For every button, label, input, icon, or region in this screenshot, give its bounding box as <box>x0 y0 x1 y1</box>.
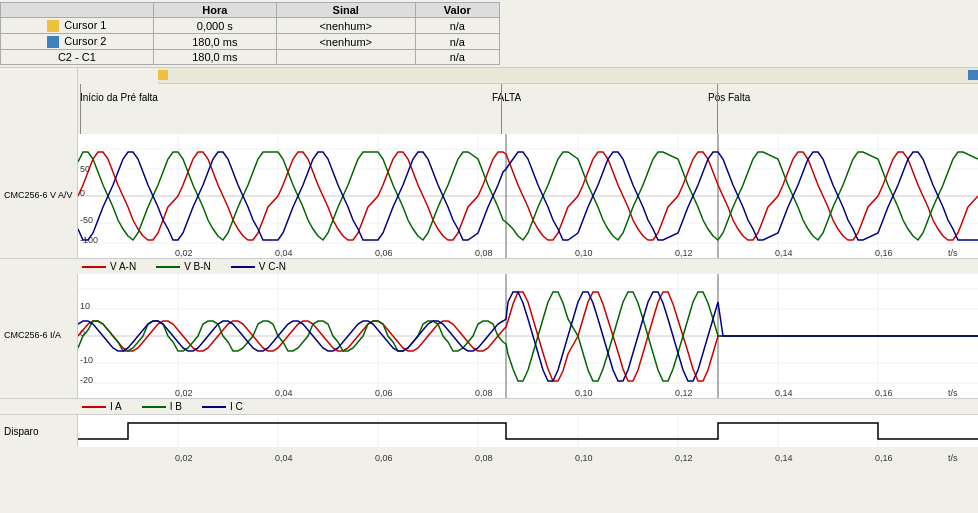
cursor-2-sinal: <nenhum> <box>276 34 415 50</box>
cursor-2-valor: n/a <box>415 34 499 50</box>
svg-text:0,08: 0,08 <box>475 388 493 398</box>
svg-text:0,14: 0,14 <box>775 248 793 258</box>
vb-legend: V B-N <box>156 261 211 272</box>
svg-text:0,02: 0,02 <box>175 453 193 463</box>
va-legend: V A-N <box>82 261 136 272</box>
va-label: V A-N <box>110 261 136 272</box>
svg-text:0,16: 0,16 <box>875 388 893 398</box>
cursor-row-1: Cursor 1 0,000 s <nenhum> n/a <box>1 18 500 34</box>
voltage-legend: V A-N V B-N V C-N <box>0 259 978 274</box>
vb-label: V B-N <box>184 261 211 272</box>
disparo-svg <box>78 415 978 447</box>
cursor-table: Hora Sinal Valor Cursor 1 0,000 s <nenhu… <box>0 0 978 68</box>
voltage-svg: 0,02 0,04 0,06 0,08 0,10 0,12 0,14 0,16 … <box>78 134 978 258</box>
svg-text:0,14: 0,14 <box>775 388 793 398</box>
cursor-1-sinal: <nenhum> <box>276 18 415 34</box>
ia-legend: I A <box>82 401 122 412</box>
current-legend: I A I B I C <box>0 399 978 414</box>
disparo-area[interactable] <box>78 415 978 447</box>
col-header-cursor <box>1 3 154 18</box>
time-axis-row: 0,02 0,04 0,06 0,08 0,10 0,12 0,14 0,16 … <box>0 447 978 465</box>
c2c1-sinal <box>276 50 415 65</box>
disparo-label: Disparo <box>0 415 78 447</box>
cursor-2-label: Cursor 2 <box>1 34 154 50</box>
time-axis-spacer <box>0 447 78 465</box>
timeline-cursor-1[interactable] <box>158 70 168 80</box>
svg-text:-20: -20 <box>80 375 93 385</box>
svg-text:0,10: 0,10 <box>575 453 593 463</box>
svg-text:-10: -10 <box>80 355 93 365</box>
svg-text:0,04: 0,04 <box>275 453 293 463</box>
current-svg: 10 0 -10 -20 0,02 0,04 0,06 0,08 0,10 0,… <box>78 274 978 398</box>
col-header-hora: Hora <box>153 3 276 18</box>
cursor-row-3: C2 - C1 180,0 ms n/a <box>1 50 500 65</box>
current-chart-area[interactable]: 10 0 -10 -20 0,02 0,04 0,06 0,08 0,10 0,… <box>78 274 978 398</box>
disparo-row: Disparo <box>0 414 978 447</box>
cursor-1-hora: 0,000 s <box>153 18 276 34</box>
svg-text:0,10: 0,10 <box>575 388 593 398</box>
ib-legend: I B <box>142 401 182 412</box>
svg-text:10: 10 <box>80 301 90 311</box>
svg-text:0,06: 0,06 <box>375 248 393 258</box>
svg-text:0,10: 0,10 <box>575 248 593 258</box>
svg-text:0,04: 0,04 <box>275 248 293 258</box>
ic-legend: I C <box>202 401 243 412</box>
voltage-chart-row: CMC256-6 V A/V 0,02 0,04 0,06 0, <box>0 134 978 259</box>
cursor-1-color <box>47 20 59 32</box>
svg-text:0,02: 0,02 <box>175 388 193 398</box>
current-ylabel: CMC256-6 I/A <box>0 274 78 398</box>
col-header-valor: Valor <box>415 3 499 18</box>
va-line <box>82 266 106 268</box>
svg-text:0,02: 0,02 <box>175 248 193 258</box>
svg-text:0,06: 0,06 <box>375 388 393 398</box>
cursor-1-valor: n/a <box>415 18 499 34</box>
svg-text:0,12: 0,12 <box>675 453 693 463</box>
col-header-sinal: Sinal <box>276 3 415 18</box>
svg-text:0,08: 0,08 <box>475 248 493 258</box>
time-axis-svg: 0,02 0,04 0,06 0,08 0,10 0,12 0,14 0,16 … <box>78 447 978 465</box>
ib-label: I B <box>170 401 182 412</box>
svg-text:t/s: t/s <box>948 453 958 463</box>
svg-text:0,14: 0,14 <box>775 453 793 463</box>
svg-text:-50: -50 <box>80 215 93 225</box>
svg-text:0,12: 0,12 <box>675 248 693 258</box>
vb-line <box>156 266 180 268</box>
ic-label: I C <box>230 401 243 412</box>
cursor-2-hora: 180,0 ms <box>153 34 276 50</box>
vc-label: V C-N <box>259 261 286 272</box>
svg-text:0,08: 0,08 <box>475 453 493 463</box>
svg-text:0,06: 0,06 <box>375 453 393 463</box>
svg-rect-56 <box>78 415 978 447</box>
inicio-label: Início da Pré falta <box>80 92 158 103</box>
voltage-ylabel: CMC256-6 V A/V <box>0 134 78 258</box>
c2c1-valor: n/a <box>415 50 499 65</box>
svg-text:0,12: 0,12 <box>675 388 693 398</box>
svg-text:t/s: t/s <box>948 248 958 258</box>
ia-line <box>82 406 106 408</box>
falta-label: FALTA <box>492 92 521 103</box>
vc-line <box>231 266 255 268</box>
pos-falta-label: Pós Falta <box>708 92 750 103</box>
voltage-chart-area[interactable]: 0,02 0,04 0,06 0,08 0,10 0,12 0,14 0,16 … <box>78 134 978 258</box>
ic-line <box>202 406 226 408</box>
svg-text:0,16: 0,16 <box>875 248 893 258</box>
cursor-1-label: Cursor 1 <box>1 18 154 34</box>
vc-legend: V C-N <box>231 261 286 272</box>
svg-text:0,04: 0,04 <box>275 388 293 398</box>
svg-text:0,16: 0,16 <box>875 453 893 463</box>
time-axis-area: 0,02 0,04 0,06 0,08 0,10 0,12 0,14 0,16 … <box>78 447 978 465</box>
cursor-2-color <box>47 36 59 48</box>
timeline-cursor-2[interactable] <box>968 70 978 80</box>
current-chart-row: CMC256-6 I/A 10 0 -10 -20 <box>0 274 978 399</box>
cursor-row-2: Cursor 2 180,0 ms <nenhum> n/a <box>1 34 500 50</box>
ib-line <box>142 406 166 408</box>
ia-label: I A <box>110 401 122 412</box>
c2c1-hora: 180,0 ms <box>153 50 276 65</box>
svg-text:t/s: t/s <box>948 388 958 398</box>
c2c1-label: C2 - C1 <box>1 50 154 65</box>
